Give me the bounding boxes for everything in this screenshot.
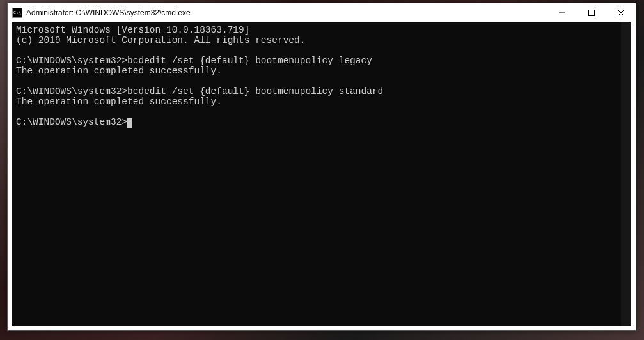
close-button[interactable] xyxy=(606,3,636,22)
terminal-body[interactable]: Microsoft Windows [Version 10.0.18363.71… xyxy=(12,22,631,326)
close-icon xyxy=(618,10,624,16)
svg-rect-1 xyxy=(589,10,595,16)
scrollbar[interactable] xyxy=(621,22,631,326)
cmd-icon: C:\ xyxy=(12,8,22,18)
minimize-button[interactable] xyxy=(547,3,577,22)
cursor xyxy=(127,118,132,128)
scrollbar-thumb[interactable] xyxy=(621,22,631,29)
titlebar[interactable]: C:\ Administrator: C:\WINDOWS\system32\c… xyxy=(8,3,636,22)
maximize-button[interactable] xyxy=(577,3,606,22)
terminal-output: Microsoft Windows [Version 10.0.18363.71… xyxy=(16,25,629,127)
window-title: Administrator: C:\WINDOWS\system32\cmd.e… xyxy=(26,8,547,17)
minimize-icon xyxy=(559,10,565,16)
cmd-icon-label: C:\ xyxy=(13,11,22,15)
window-controls xyxy=(547,3,636,22)
maximize-icon xyxy=(588,10,595,16)
cmd-window: C:\ Administrator: C:\WINDOWS\system32\c… xyxy=(7,3,636,331)
